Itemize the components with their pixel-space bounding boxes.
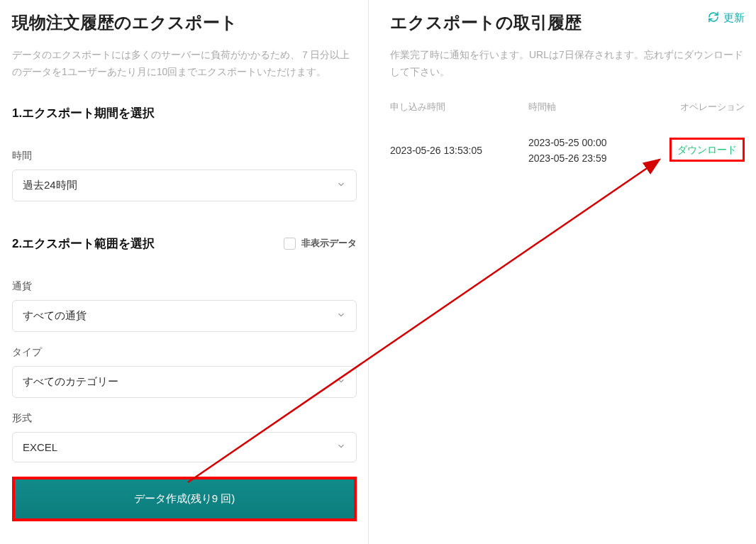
history-description: 作業完了時に通知を行います。URLは7日保存されます。忘れずにダウンロードして下… bbox=[390, 47, 745, 81]
refresh-label: 更新 bbox=[723, 11, 745, 25]
format-select[interactable]: EXCEL bbox=[12, 432, 357, 462]
format-select-value: EXCEL bbox=[23, 441, 57, 453]
type-label: タイプ bbox=[12, 346, 357, 359]
type-select-value: すべてのカテゴリー bbox=[23, 375, 118, 389]
format-label: 形式 bbox=[12, 412, 357, 425]
currency-label: 通貨 bbox=[12, 280, 357, 293]
type-select[interactable]: すべてのカテゴリー bbox=[12, 366, 357, 398]
submit-highlight: データ作成(残り9 回) bbox=[12, 477, 357, 521]
time-select-value: 過去24時間 bbox=[23, 179, 77, 192]
chevron-down-icon bbox=[336, 441, 346, 453]
section2-title: 2.エクスポート範囲を選択 bbox=[12, 235, 155, 252]
hidden-data-label: 非表示データ bbox=[301, 237, 357, 250]
cell-time-range: 2023-05-25 00:00 2023-05-26 23:59 bbox=[528, 135, 663, 167]
time-select[interactable]: 過去24時間 bbox=[12, 170, 357, 201]
currency-select-value: すべての通貨 bbox=[23, 309, 87, 323]
section1-title: 1.エクスポート期間を選択 bbox=[12, 105, 357, 121]
checkbox-icon bbox=[284, 238, 296, 250]
currency-select[interactable]: すべての通貨 bbox=[12, 300, 357, 332]
table-header: 申し込み時間 時間軸 オペレーション bbox=[390, 101, 745, 113]
cell-operation: ダウンロード bbox=[663, 144, 745, 157]
chevron-down-icon bbox=[336, 179, 346, 191]
cell-request-time: 2023-05-26 13:53:05 bbox=[390, 145, 528, 156]
download-link[interactable]: ダウンロード bbox=[677, 144, 737, 155]
download-highlight: ダウンロード bbox=[669, 138, 745, 162]
range-from: 2023-05-25 00:00 bbox=[528, 135, 663, 150]
history-title: エクスポートの取引履歴 bbox=[390, 11, 582, 34]
time-label: 時間 bbox=[12, 150, 357, 162]
range-to: 2023-05-26 23:59 bbox=[528, 150, 663, 166]
col-range-header: 時間軸 bbox=[528, 101, 663, 113]
chevron-down-icon bbox=[336, 310, 346, 322]
col-operation-header: オペレーション bbox=[663, 101, 745, 113]
export-title: 現物注文履歴のエクスポート bbox=[12, 11, 357, 34]
table-row: 2023-05-26 13:53:05 2023-05-25 00:00 202… bbox=[390, 135, 745, 167]
export-description: データのエクスポートには多くのサーバーに負荷がかかるため、７日分以上のデータを1… bbox=[12, 47, 357, 81]
hidden-data-checkbox[interactable]: 非表示データ bbox=[284, 237, 357, 250]
refresh-button[interactable]: 更新 bbox=[708, 11, 745, 25]
create-data-button[interactable]: データ作成(残り9 回) bbox=[15, 479, 354, 518]
chevron-down-icon bbox=[336, 376, 346, 388]
refresh-icon bbox=[708, 11, 719, 25]
col-time-header: 申し込み時間 bbox=[390, 101, 528, 113]
